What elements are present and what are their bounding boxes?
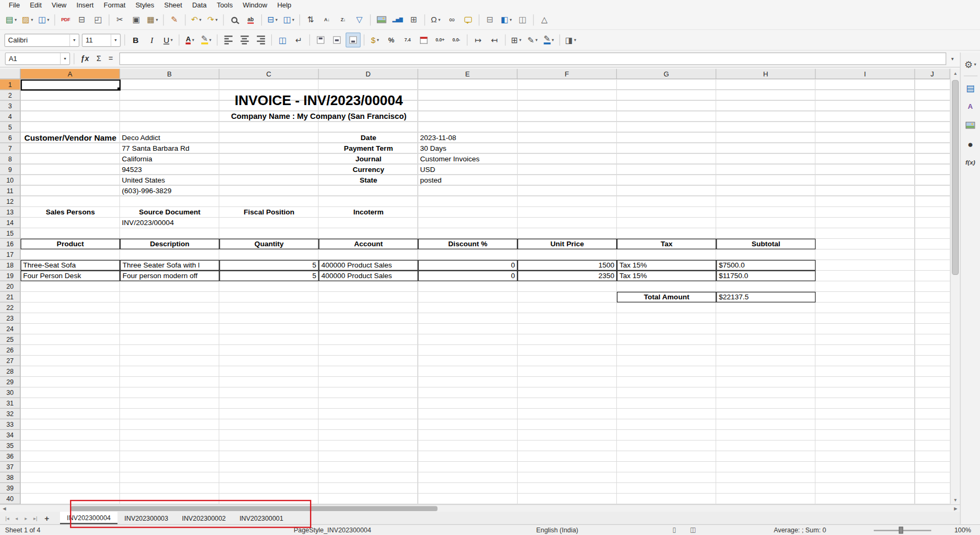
menu-view[interactable]: View bbox=[47, 0, 72, 10]
borders-button[interactable]: ⊞▾ bbox=[509, 32, 523, 47]
column-header-J[interactable]: J bbox=[915, 69, 950, 79]
bold-button[interactable]: B bbox=[128, 32, 143, 47]
cell-cursor[interactable] bbox=[21, 80, 121, 91]
cell-C19[interactable]: 5 bbox=[219, 271, 319, 281]
cell-E7[interactable]: 30 Days bbox=[418, 143, 518, 154]
cell-B10[interactable]: United States bbox=[120, 175, 219, 186]
cell-E10[interactable]: posted bbox=[418, 175, 518, 186]
format-as-percent-button[interactable]: % bbox=[384, 32, 399, 47]
scroll-right-icon[interactable]: ▶ bbox=[951, 505, 960, 512]
cell-D18[interactable]: 400000 Product Sales bbox=[319, 260, 418, 271]
cell-B4[interactable]: Company Name : My Company (San Francisco… bbox=[120, 111, 518, 122]
expand-formula-bar-icon[interactable]: ▾ bbox=[949, 56, 956, 62]
language-label[interactable]: English (India) bbox=[536, 525, 578, 535]
insert-comment-button[interactable] bbox=[461, 12, 476, 27]
row-header-7[interactable]: 7 bbox=[0, 143, 20, 154]
column-header-H[interactable]: H bbox=[716, 69, 815, 79]
cell-D6[interactable]: Date bbox=[319, 133, 418, 143]
column-header-E[interactable]: E bbox=[418, 69, 518, 79]
cell-grid[interactable]: INVOICE - INV/2023/00004Company Name : M… bbox=[21, 80, 950, 505]
row-header-16[interactable]: 16 bbox=[0, 239, 20, 249]
scroll-up-icon[interactable]: ▲ bbox=[951, 69, 960, 77]
sort-descending-button[interactable]: Z↓ bbox=[336, 12, 350, 27]
cell-B19[interactable]: Four person modern off bbox=[120, 271, 219, 281]
row-header-3[interactable]: 3 bbox=[0, 101, 20, 111]
format-as-currency-button[interactable]: $▾ bbox=[367, 32, 382, 47]
row-header-31[interactable]: 31 bbox=[0, 398, 20, 409]
wrap-text-button[interactable]: ↵ bbox=[291, 32, 306, 47]
italic-button[interactable]: I bbox=[144, 32, 159, 47]
cell-G16[interactable]: Tax bbox=[617, 239, 716, 249]
next-sheet-button[interactable]: ▸ bbox=[21, 515, 31, 521]
row-header-32[interactable]: 32 bbox=[0, 409, 20, 419]
delete-decimal-place-button[interactable]: 0.0- bbox=[449, 32, 463, 47]
cell-E6[interactable]: 2023-11-08 bbox=[418, 133, 518, 143]
row-header-25[interactable]: 25 bbox=[0, 334, 20, 345]
border-color-button[interactable]: ✎▾ bbox=[541, 32, 556, 47]
cell-D9[interactable]: Currency bbox=[319, 165, 418, 175]
horizontal-scroll-thumb[interactable] bbox=[71, 506, 437, 511]
scroll-left-icon[interactable]: ◀ bbox=[0, 505, 8, 512]
cell-D13[interactable]: Incoterm bbox=[319, 207, 418, 218]
cell-A13[interactable]: Sales Persons bbox=[21, 207, 120, 218]
sort-button[interactable]: ⇅ bbox=[303, 12, 318, 27]
cell-B9[interactable]: 94523 bbox=[120, 165, 219, 175]
gallery-deck-button[interactable] bbox=[962, 117, 978, 133]
menu-help[interactable]: Help bbox=[272, 0, 296, 10]
cell-B7[interactable]: 77 Santa Barbara Rd bbox=[120, 143, 219, 154]
cell-E9[interactable]: USD bbox=[418, 165, 518, 175]
row-header-15[interactable]: 15 bbox=[0, 228, 20, 239]
menu-file[interactable]: File bbox=[4, 0, 25, 10]
first-sheet-button[interactable]: |◂ bbox=[3, 515, 12, 521]
cell-B6[interactable]: Deco Addict bbox=[120, 133, 219, 143]
row-header-39[interactable]: 39 bbox=[0, 483, 20, 494]
format-as-date-button[interactable] bbox=[416, 32, 431, 47]
underline-button[interactable]: U▾ bbox=[161, 32, 176, 47]
cell-H18[interactable]: $7500.0 bbox=[716, 260, 815, 271]
insert-special-character-button[interactable]: Ω▾ bbox=[428, 12, 443, 27]
show-draw-functions-button[interactable]: △ bbox=[537, 12, 552, 27]
last-sheet-button[interactable]: ▸| bbox=[31, 515, 40, 521]
cell-E16[interactable]: Discount % bbox=[418, 239, 518, 249]
row-header-30[interactable]: 30 bbox=[0, 387, 20, 398]
cell-G19[interactable]: Tax 15% bbox=[617, 271, 716, 281]
sidebar-settings-button[interactable]: ⚙▾ bbox=[962, 56, 978, 73]
menu-sheet[interactable]: Sheet bbox=[159, 0, 187, 10]
undo-button[interactable]: ↶▾ bbox=[189, 12, 204, 27]
cell-B18[interactable]: Three Seater Sofa with l bbox=[120, 260, 219, 271]
merge-cells-button[interactable]: ◫ bbox=[275, 32, 290, 47]
row-header-11[interactable]: 11 bbox=[0, 186, 20, 196]
format-as-number-button[interactable]: 7.4 bbox=[400, 32, 415, 47]
align-bottom-button[interactable] bbox=[346, 32, 360, 47]
row-header-8[interactable]: 8 bbox=[0, 154, 20, 165]
functions-deck-button[interactable]: f(x) bbox=[962, 154, 978, 171]
row-header-13[interactable]: 13 bbox=[0, 207, 20, 218]
cell-A19[interactable]: Four Person Desk bbox=[21, 271, 120, 281]
cell-B2[interactable]: INVOICE - INV/2023/00004 bbox=[120, 90, 518, 111]
row-header-10[interactable]: 10 bbox=[0, 175, 20, 186]
vertical-scroll-thumb[interactable] bbox=[952, 80, 959, 275]
page-style-label[interactable]: PageStyle_INV202300004 bbox=[294, 525, 371, 535]
cell-stats-label[interactable]: Average: ; Sum: 0 bbox=[773, 525, 826, 535]
autofilter-button[interactable]: ▽ bbox=[352, 12, 367, 27]
menu-insert[interactable]: Insert bbox=[72, 0, 99, 10]
cell-H21[interactable]: $22137.5 bbox=[716, 292, 815, 303]
cell-D8[interactable]: Journal bbox=[319, 154, 418, 165]
print-button[interactable]: ⊟ bbox=[74, 12, 89, 27]
cell-C18[interactable]: 5 bbox=[219, 260, 319, 271]
align-left-button[interactable] bbox=[221, 32, 236, 47]
row-header-27[interactable]: 27 bbox=[0, 356, 20, 366]
row-header-9[interactable]: 9 bbox=[0, 165, 20, 175]
selection-mode-icon[interactable]: ▯ bbox=[673, 525, 676, 535]
row-header-6[interactable]: 6 bbox=[0, 133, 20, 143]
redo-button[interactable]: ↷▾ bbox=[205, 12, 220, 27]
row-header-36[interactable]: 36 bbox=[0, 451, 20, 462]
sheet-tab-inv202300003[interactable]: INV202300003 bbox=[117, 512, 175, 524]
copy-button[interactable]: ▣ bbox=[129, 12, 144, 27]
column-header-I[interactable]: I bbox=[815, 69, 915, 79]
save-button[interactable]: ◫▾ bbox=[36, 12, 51, 27]
row-header-29[interactable]: 29 bbox=[0, 377, 20, 387]
font-name-combo[interactable]: Calibri ▼ bbox=[4, 33, 79, 47]
sheet-tab-inv202300004[interactable]: INV202300004 bbox=[60, 512, 117, 524]
cell-G21[interactable]: Total Amount bbox=[617, 292, 716, 303]
